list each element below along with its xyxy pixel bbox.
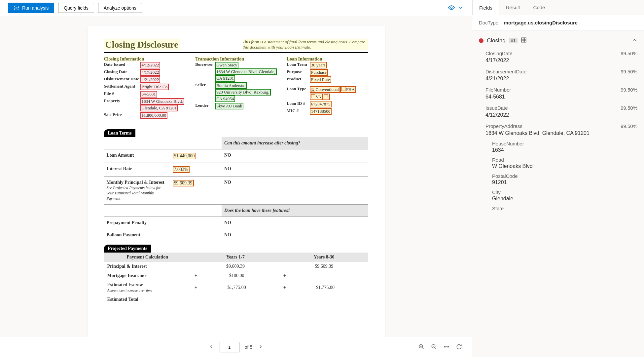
field-item[interactable]: DisbursementDate99.50%4/21/2022 [472, 66, 644, 84]
subfield-value: Glendale [492, 196, 637, 202]
fields-list[interactable]: Closing #1 ClosingDate99.50%4/17/2022Dis… [472, 30, 644, 357]
loan-id-value: 672047875 [310, 101, 332, 107]
borrower-name: Gwen Stacy [215, 62, 238, 68]
doc-title: Closing Disclosure [104, 39, 180, 50]
field-confidence: 99.50% [621, 87, 637, 93]
field-confidence: 99.50% [621, 105, 637, 111]
closing-info-col: Closing Information Date Issued4/12/2022… [104, 57, 186, 119]
status-dot-icon [479, 38, 483, 43]
analyze-options-button[interactable]: Analyze options [98, 3, 142, 13]
lender-name: Skye AU Bank [215, 103, 243, 109]
property-line2: Glendale, CA 91201 [140, 105, 178, 111]
chevron-down-icon[interactable] [457, 4, 464, 12]
closing-date-value: 4/17/2022 [140, 69, 161, 76]
field-value: 4/17/2022 [485, 58, 637, 63]
doctype-value: mortgage.us.closingDisclosure [504, 20, 578, 25]
property-line1: 1634 W Glenoaks Blvd, [140, 98, 184, 105]
run-analysis-label: Run analysis [22, 5, 49, 11]
field-name: FileNumber [485, 87, 511, 93]
fit-width-icon[interactable] [444, 344, 449, 351]
page-input[interactable] [220, 342, 239, 352]
field-confidence: 99.50% [621, 123, 637, 129]
visibility-icon[interactable] [448, 4, 455, 12]
tab-code[interactable]: Code [527, 0, 552, 15]
field-item[interactable]: ClosingDate99.50%4/17/2022 [472, 48, 644, 66]
subfield-item[interactable]: PostalCode91201 [472, 171, 644, 187]
field-item[interactable]: FileNumber99.50%64-5681 [472, 84, 644, 102]
subfield-name: PostalCode [492, 173, 637, 179]
sale-price-value: $1,800,000.00 [140, 112, 168, 119]
field-name: PropertyAddress [485, 123, 522, 129]
subfield-value: 91201 [492, 179, 637, 185]
zoom-in-icon[interactable] [418, 344, 424, 351]
doctype-label: DocType: [479, 20, 500, 25]
field-value: 1634 W Glenoaks Blvd, Glendale, CA 91201 [485, 130, 637, 136]
prev-page-button[interactable] [208, 344, 214, 351]
run-analysis-button[interactable]: Run analysis [8, 3, 54, 13]
subfield-name: Road [492, 157, 637, 163]
loan-terms-header: Loan Terms [104, 129, 136, 137]
tab-fields[interactable]: Fields [472, 0, 499, 15]
mic-value: 147188500 [310, 108, 332, 115]
subfield-item[interactable]: CityGlendale [472, 187, 644, 204]
loan-amount-value: $1,440,000 [173, 153, 196, 159]
field-confidence: 99.50% [621, 51, 637, 56]
loan-term-value: 30 years [310, 62, 327, 68]
collapse-icon[interactable] [631, 37, 637, 44]
projected-payments-header: Projected Payments [104, 245, 151, 253]
group-name: Closing [487, 37, 506, 44]
field-value: 4/21/2022 [485, 76, 637, 82]
loan-type-conventional: XConventional [310, 86, 340, 93]
results-pane: Fields Result Code DocType: mortgage.us.… [472, 0, 644, 357]
field-name: IssueDate [485, 105, 508, 111]
field-value: 64-5681 [485, 94, 637, 100]
document-viewer[interactable]: Closing Disclosure This form is a statem… [0, 16, 472, 337]
field-value: 4/12/2022 [485, 112, 637, 118]
result-tabs: Fields Result Code [472, 0, 644, 15]
group-badge: #1 [509, 38, 518, 43]
page-total: of 5 [245, 344, 252, 350]
features-header: Does the loan have these features? [222, 205, 368, 217]
subfield-value: W Glenoaks Blvd [492, 163, 637, 169]
field-item[interactable]: IssueDate99.50%4/12/2022 [472, 102, 644, 121]
loan-type-fha: FHA [340, 86, 356, 93]
loan-type-va: VA [310, 94, 323, 100]
subfield-value: 1634 [492, 147, 637, 153]
field-name: ClosingDate [485, 51, 513, 56]
field-item[interactable]: PropertyAddress99.50%1634 W Glenoaks Blv… [472, 121, 644, 139]
seller-name: Bonita Anderson [215, 82, 247, 89]
loan-type-blank [323, 94, 330, 100]
transaction-info-heading: Transaction Information [195, 57, 244, 61]
loan-info-col: Loan Information Loan Term30 years Purpo… [287, 57, 368, 119]
closing-info-heading: Closing Information [104, 57, 144, 61]
date-issued-value: 4/12/2022 [140, 62, 161, 68]
subfield-item[interactable]: HouseNumber1634 [472, 139, 644, 155]
purpose-value: Purchase [310, 69, 328, 76]
zoom-out-icon[interactable] [431, 344, 437, 351]
field-name: DisbursementDate [485, 69, 526, 74]
pager: of 5 [0, 337, 472, 357]
subfield-item[interactable]: RoadW Glenoaks Blvd [472, 155, 644, 171]
settlement-agent-value: Bright Title Co [140, 84, 169, 90]
subfield-name: State [492, 206, 637, 211]
tab-result[interactable]: Result [499, 0, 527, 15]
document-pane: Run analysis Query fields Analyze option… [0, 0, 472, 357]
group-closing[interactable]: Closing #1 [472, 33, 644, 48]
grid-icon[interactable] [521, 37, 527, 44]
subfield-name: City [492, 189, 637, 195]
rotate-icon[interactable] [456, 344, 462, 351]
interest-rate-value: 7.033% [173, 166, 190, 173]
svg-point-1 [451, 7, 452, 8]
field-confidence: 99.50% [621, 69, 637, 74]
subfield-item[interactable]: State [472, 204, 644, 214]
next-page-button[interactable] [258, 344, 264, 351]
svg-rect-4 [521, 38, 526, 42]
increase-header: Can this amount increase after closing? [222, 137, 368, 149]
loan-info-heading: Loan Information [287, 57, 322, 61]
closing-disclosure-document: Closing Disclosure This form is a statem… [88, 26, 385, 337]
disbursement-date-value: 4/21/2022 [140, 76, 161, 83]
doc-subtitle: This form is a statement of final loan t… [243, 39, 368, 50]
query-fields-button[interactable]: Query fields [58, 3, 94, 13]
transaction-info-col: Transaction Information BorrowerGwen Sta… [195, 57, 277, 119]
monthly-pi-value: $9,609.39 [173, 180, 194, 186]
